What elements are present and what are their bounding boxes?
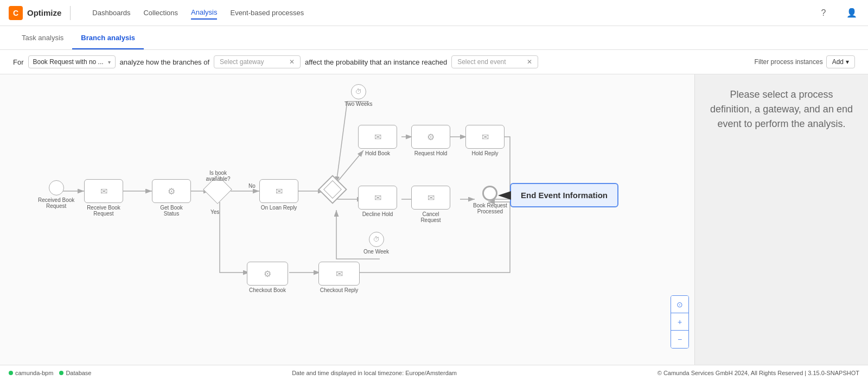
zoom-toolbar: ⊙ + − <box>671 295 689 349</box>
tooltip-arrow <box>498 191 511 200</box>
end-event-placeholder: Select end event <box>457 58 524 66</box>
filter-instances-label: Filter process instances <box>755 58 823 66</box>
database-status-dot <box>59 371 63 375</box>
cancel-request-node: ✉ CancelRequest <box>411 186 450 223</box>
reset-zoom-button[interactable]: ⊙ <box>671 296 688 313</box>
request-hold-label: Request Hold <box>414 150 448 156</box>
zoom-out-button[interactable]: − <box>671 331 688 348</box>
request-hold-node: ⚙ Request Hold <box>411 125 450 156</box>
bpmn-canvas[interactable]: Received BookRequest ✉ Receive BookReque… <box>0 74 694 365</box>
tab-branch-analysis[interactable]: Branch analysis <box>72 27 144 49</box>
tab-task-analysis[interactable]: Task analysis <box>13 27 72 49</box>
process-select-chevron: ▾ <box>108 59 111 65</box>
end-event-select[interactable]: Select end event ✕ <box>451 55 538 68</box>
filter-instances: Filter process instances Add ▾ <box>755 55 855 68</box>
checkout-book-label: Checkout Book <box>249 287 286 293</box>
tab-bar: Task analysis Branch analysis <box>0 26 868 50</box>
analyze-text: analyze how the branches of <box>120 58 210 66</box>
on-loan-reply-node: ✉ On Loan Reply <box>259 179 298 211</box>
bpmn-connectors <box>0 74 694 365</box>
affect-text: affect the probability that an instance … <box>305 58 447 66</box>
camunda-db-label: camunda-bpm <box>15 370 53 376</box>
bpmn-diagram: Received BookRequest ✉ Receive BookReque… <box>0 74 694 365</box>
app-logo: C Optimize <box>9 6 71 20</box>
gateway-clear-icon[interactable]: ✕ <box>289 58 295 66</box>
checkout-book-node: ⚙ Checkout Book <box>247 262 288 293</box>
get-book-status-node: ⚙ Get BookStatus <box>152 179 191 217</box>
hold-reply-node: ✉ Hold Reply <box>465 125 505 156</box>
database-label: Database <box>66 370 91 376</box>
footer-copyright: © Camunda Services GmbH 2024, All Rights… <box>658 370 859 376</box>
help-icon[interactable]: ? <box>816 5 831 21</box>
gateway2-node <box>322 179 343 200</box>
one-week-label: One Week <box>363 249 389 255</box>
add-chevron-icon: ▾ <box>846 58 849 66</box>
filter-bar: For Book Request with no ... ▾ analyze h… <box>0 50 868 74</box>
end-event-label: Book RequestProcessed <box>473 202 507 214</box>
end-event-clear-icon[interactable]: ✕ <box>527 58 532 66</box>
two-weeks-label: Two Weeks <box>344 101 373 107</box>
info-message: Please select a process definition, a ga… <box>708 87 855 131</box>
process-select-value: Book Request with no ... <box>33 58 104 66</box>
hold-book-node: ✉ Hold Book <box>358 125 397 156</box>
for-label: For <box>13 58 24 66</box>
nav-event-based[interactable]: Event-based processes <box>230 7 304 19</box>
receive-book-request-node: ✉ Receive BookRequest <box>84 179 123 217</box>
logo-icon: C <box>9 6 23 20</box>
footer-timezone: Date and time displayed in local timezon… <box>93 370 655 376</box>
on-loan-label: On Loan Reply <box>261 205 297 211</box>
timer-one-week: ⏱ One Week <box>363 232 389 255</box>
hold-reply-label: Hold Reply <box>472 150 499 156</box>
decline-hold-node: ✉ Decline Hold <box>358 186 397 217</box>
gateway-no-label: No <box>248 183 256 189</box>
right-panel: Please select a process definition, a ga… <box>694 74 868 365</box>
start-event-label: Received BookRequest <box>38 197 74 209</box>
main-content: Received BookRequest ✉ Receive BookReque… <box>0 74 868 365</box>
camunda-status-dot <box>9 371 13 375</box>
end-event-node: Book RequestProcessed <box>473 186 507 214</box>
end-event-tooltip: End Event Information <box>510 183 618 207</box>
decline-hold-label: Decline Hold <box>362 211 393 217</box>
hold-book-label: Hold Book <box>365 150 390 156</box>
add-label: Add <box>832 58 844 66</box>
timer-two-weeks: ⏱ Two Weeks <box>344 84 373 107</box>
start-event: Received BookRequest <box>38 180 74 209</box>
gateway-available-label: Is book available? <box>196 170 240 182</box>
app-name: Optimize <box>27 8 61 17</box>
top-nav: C Optimize Dashboards Collections Analys… <box>0 0 868 26</box>
gateway-available: Is book available? <box>207 179 228 200</box>
footer: camunda-bpm Database Date and time displ… <box>0 365 868 380</box>
receive-book-label: Receive BookRequest <box>87 205 120 217</box>
zoom-in-button[interactable]: + <box>671 313 688 331</box>
nav-analysis[interactable]: Analysis <box>191 6 217 20</box>
nav-dashboards[interactable]: Dashboards <box>92 7 130 19</box>
cancel-request-label: CancelRequest <box>420 211 441 223</box>
gateway-select[interactable]: Select gateway ✕ <box>214 55 301 68</box>
tooltip-text: End Event Information <box>521 191 608 200</box>
gateway-yes-label: Yes <box>210 209 219 215</box>
get-book-label: Get BookStatus <box>160 205 183 217</box>
user-icon[interactable]: 👤 <box>844 5 859 21</box>
gateway-placeholder: Select gateway <box>220 58 286 66</box>
nav-collections[interactable]: Collections <box>143 7 178 19</box>
checkout-reply-label: Checkout Reply <box>320 287 359 293</box>
process-select[interactable]: Book Request with no ... ▾ <box>28 55 116 68</box>
add-filter-button[interactable]: Add ▾ <box>826 55 855 68</box>
checkout-reply-node: ✉ Checkout Reply <box>318 262 360 293</box>
